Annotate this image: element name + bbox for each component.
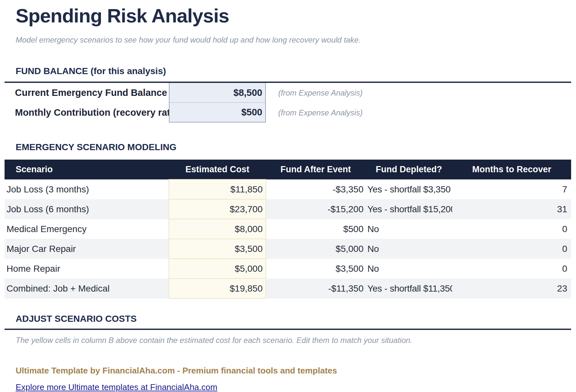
fund-depleted-cell: Yes - shortfall $3,350: [365, 179, 452, 199]
fund-row-label: Monthly Contribution (recovery rate): [15, 107, 169, 118]
estimated-cost-editable-cell[interactable]: $3,500: [169, 239, 266, 259]
explore-templates-link[interactable]: Explore more Ultimate templates at Finan…: [16, 382, 217, 392]
fund-balance-row: Current Emergency Fund Balance $8,500 (f…: [5, 83, 571, 103]
scenario-name-cell: Job Loss (3 months): [5, 179, 169, 199]
estimated-cost-editable-cell[interactable]: $11,850: [169, 179, 266, 199]
page-title: Spending Risk Analysis: [16, 5, 576, 27]
adjust-scenario-note: The yellow cells in column B above conta…: [16, 336, 576, 345]
fund-row-note: (from Expense Analysis): [278, 88, 363, 98]
estimated-cost-editable-cell[interactable]: $19,850: [169, 279, 266, 298]
column-header-estimated-cost: Estimated Cost: [169, 160, 266, 179]
fund-row-label: Current Emergency Fund Balance: [15, 87, 169, 98]
scenario-name-cell: Medical Emergency: [5, 219, 169, 239]
estimated-cost-editable-cell[interactable]: $5,000: [169, 259, 266, 279]
fund-value-input-cell[interactable]: $8,500: [169, 83, 266, 103]
fund-value-input-cell[interactable]: $500: [169, 103, 266, 123]
scenario-table: Scenario Estimated Cost Fund After Event…: [5, 160, 571, 299]
fund-balance-row: Monthly Contribution (recovery rate) $50…: [5, 103, 571, 123]
months-to-recover-cell: 0: [452, 239, 571, 259]
fund-after-event-cell: -$15,200: [266, 199, 365, 219]
fund-row-note: (from Expense Analysis): [278, 108, 363, 117]
months-to-recover-cell: 31: [452, 199, 571, 219]
scenario-table-header: Scenario Estimated Cost Fund After Event…: [5, 160, 571, 179]
page-subtitle: Model emergency scenarios to see how you…: [16, 35, 576, 45]
scenario-name-cell: Combined: Job + Medical: [5, 279, 169, 298]
fund-after-event-cell: -$11,350: [266, 279, 365, 298]
column-header-scenario: Scenario: [5, 160, 169, 179]
estimated-cost-editable-cell[interactable]: $23,700: [169, 199, 266, 219]
fund-after-event-cell: $5,000: [266, 239, 365, 259]
fund-depleted-cell: Yes - shortfall $11,350: [365, 279, 452, 298]
footer-branding: Ultimate Template by FinancialAha.com - …: [16, 366, 576, 376]
scenario-table-row: Home Repair $5,000 $3,500 No 0: [5, 259, 571, 279]
column-header-fund-depleted: Fund Depleted?: [365, 160, 452, 179]
fund-depleted-cell: No: [365, 239, 452, 259]
scenario-table-row: Major Car Repair $3,500 $5,000 No 0: [5, 239, 571, 259]
months-to-recover-cell: 0: [452, 259, 571, 279]
fund-after-event-cell: -$3,350: [266, 179, 365, 199]
column-header-fund-after-event: Fund After Event: [266, 160, 365, 179]
scenario-name-cell: Major Car Repair: [5, 239, 169, 259]
fund-after-event-cell: $3,500: [266, 259, 365, 279]
fund-after-event-cell: $500: [266, 219, 365, 239]
adjust-scenario-costs-heading: ADJUST SCENARIO COSTS: [16, 314, 576, 324]
fund-depleted-cell: No: [365, 259, 452, 279]
fund-balance-table: Current Emergency Fund Balance $8,500 (f…: [5, 82, 571, 123]
spending-risk-analysis-page: Spending Risk Analysis Model emergency s…: [0, 5, 576, 392]
scenario-table-row: Job Loss (6 months) $23,700 -$15,200 Yes…: [5, 199, 571, 219]
column-header-months-to-recover: Months to Recover: [452, 160, 571, 179]
emergency-scenario-heading: EMERGENCY SCENARIO MODELING: [16, 142, 576, 152]
scenario-table-row: Job Loss (3 months) $11,850 -$3,350 Yes …: [5, 179, 571, 199]
fund-balance-heading: FUND BALANCE (for this analysis): [16, 66, 576, 76]
scenario-name-cell: Home Repair: [5, 259, 169, 279]
section-divider-rule: [5, 329, 571, 330]
months-to-recover-cell: 7: [452, 179, 571, 199]
scenario-table-row: Combined: Job + Medical $19,850 -$11,350…: [5, 279, 571, 298]
scenario-name-cell: Job Loss (6 months): [5, 199, 169, 219]
scenario-table-body: Job Loss (3 months) $11,850 -$3,350 Yes …: [5, 179, 571, 298]
months-to-recover-cell: 0: [452, 219, 571, 239]
months-to-recover-cell: 23: [452, 279, 571, 298]
fund-depleted-cell: No: [365, 219, 452, 239]
estimated-cost-editable-cell[interactable]: $8,000: [169, 219, 266, 239]
scenario-table-row: Medical Emergency $8,000 $500 No 0: [5, 219, 571, 239]
fund-depleted-cell: Yes - shortfall $15,200: [365, 199, 452, 219]
